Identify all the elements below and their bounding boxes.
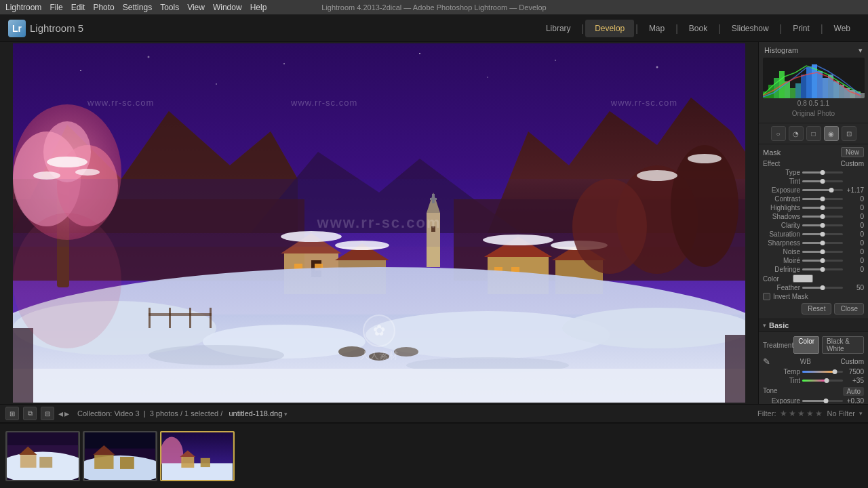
exposure-slider-track[interactable] <box>802 189 843 191</box>
tab-print[interactable]: Print <box>783 20 819 37</box>
star-4[interactable]: ★ <box>806 409 814 418</box>
menu-photo[interactable]: Photo <box>93 3 114 12</box>
svg-point-70 <box>369 352 389 361</box>
menu-file[interactable]: File <box>50 3 62 12</box>
svg-rect-105 <box>39 456 52 467</box>
basic-section-toggle[interactable]: ▾ Basic <box>759 319 868 332</box>
photo-area: www.rr-sc.com www.rr-sc.com www.rr-sc.co… <box>0 42 758 404</box>
svg-point-62 <box>637 170 677 181</box>
treatment-color-btn[interactable]: Color <box>793 336 819 354</box>
menu-settings[interactable]: Settings <box>123 3 152 12</box>
sharpness-slider-track[interactable] <box>802 242 843 244</box>
svg-point-23 <box>75 169 100 176</box>
nav-tabs: Library | Develop | Map | Book | Slidesh… <box>536 20 860 37</box>
moire-slider-track[interactable] <box>802 260 843 262</box>
tab-map[interactable]: Map <box>639 20 674 37</box>
tint-slider-track[interactable] <box>802 180 843 182</box>
svg-rect-54 <box>13 369 745 403</box>
menu-help[interactable]: Help <box>250 3 267 12</box>
toolbar-btn-grid[interactable]: ⊞ <box>5 407 19 420</box>
tint-basic-slider-track[interactable] <box>802 380 843 382</box>
menu-lightroom[interactable]: Lightroom <box>5 3 41 12</box>
svg-point-63 <box>688 154 722 163</box>
svg-rect-64 <box>149 308 151 328</box>
clarity-slider-track[interactable] <box>802 224 843 226</box>
star-5[interactable]: ★ <box>815 409 823 418</box>
moire-label: Moiré <box>763 257 800 264</box>
feather-slider-track[interactable] <box>802 287 843 289</box>
bottom-toolbar: ⊞ ⧉ ⊟ ◂ ▸ Collection: Video 3 | 3 photos… <box>0 404 868 423</box>
toolbar-btn-survey[interactable]: ⊟ <box>41 407 54 420</box>
star-2[interactable]: ★ <box>789 409 796 418</box>
wb-row: ✎ WB Custom <box>763 357 864 367</box>
basic-toggle-arrow: ▾ <box>763 322 766 329</box>
close-button-mask[interactable]: Close <box>834 303 864 314</box>
treatment-bw-btn[interactable]: Black & White <box>822 336 864 354</box>
menu-window[interactable]: Window <box>213 3 242 12</box>
view-btn-2[interactable]: ◔ <box>789 126 804 141</box>
tab-book[interactable]: Book <box>679 20 717 37</box>
reset-button-mask[interactable]: Reset <box>802 303 831 314</box>
highlights-slider-track[interactable] <box>802 207 843 209</box>
mask-new-button[interactable]: New <box>841 147 864 157</box>
svg-rect-78 <box>795 83 801 98</box>
invert-checkbox[interactable] <box>763 293 770 300</box>
svg-rect-114 <box>162 463 233 480</box>
tab-develop[interactable]: Develop <box>585 20 634 37</box>
menu-edit[interactable]: Edit <box>71 3 85 12</box>
histogram-expand-icon[interactable]: ▾ <box>859 46 863 55</box>
nav-arrows: ◂ ▸ <box>58 409 69 418</box>
shadows-slider-track[interactable] <box>802 216 843 218</box>
filename-dropdown-arrow[interactable]: ▾ <box>284 411 288 418</box>
highlights-value: 0 <box>845 204 864 211</box>
view-btn-4[interactable]: ◉ <box>824 126 839 141</box>
filter-dropdown-arrow[interactable]: ▾ <box>859 410 863 417</box>
view-btn-5[interactable]: ⊡ <box>842 126 856 141</box>
tab-slideshow[interactable]: Slideshow <box>722 20 778 37</box>
temp-label: Temp <box>763 368 800 375</box>
moire-slider-row: Moiré 0 <box>763 257 864 264</box>
menu-tools[interactable]: Tools <box>160 3 179 12</box>
svg-rect-77 <box>790 88 795 98</box>
tint-slider-row: Tint <box>763 178 864 185</box>
main-area: www.rr-sc.com www.rr-sc.com www.rr-sc.co… <box>0 42 868 404</box>
basic-exposure-row: Exposure +0.30 <box>763 397 864 404</box>
tint-basic-value: +35 <box>845 377 864 384</box>
exposure-label: Exposure <box>763 186 800 194</box>
contrast-slider-track[interactable] <box>802 198 843 200</box>
star-1[interactable]: ★ <box>780 409 787 418</box>
nav-prev-arrow[interactable]: ◂ <box>58 409 63 418</box>
svg-point-7 <box>487 77 488 78</box>
saturation-slider-track[interactable] <box>802 233 843 235</box>
svg-rect-103 <box>20 455 37 468</box>
filmstrip-thumb-3[interactable] <box>160 431 235 481</box>
menu-view[interactable]: View <box>187 3 205 12</box>
svg-rect-82 <box>817 71 823 98</box>
basic-exposure-track[interactable] <box>802 400 843 402</box>
defringe-slider-track[interactable] <box>802 268 843 270</box>
clarity-label: Clarity <box>763 222 800 229</box>
tone-auto-btn[interactable]: Auto <box>843 387 864 396</box>
app-logo-icon: Lr <box>8 20 26 37</box>
svg-point-4 <box>419 53 420 54</box>
view-btn-3[interactable]: □ <box>806 126 821 141</box>
shadows-slider-row: Shadows 0 <box>763 213 864 220</box>
tab-web[interactable]: Web <box>825 20 860 37</box>
type-slider-track[interactable] <box>802 171 843 174</box>
tab-library[interactable]: Library <box>536 20 580 37</box>
noise-slider-track[interactable] <box>802 251 843 253</box>
temp-slider-track[interactable] <box>802 371 843 373</box>
type-slider-row: Type <box>763 169 864 176</box>
filmstrip-thumb-1[interactable] <box>5 431 80 481</box>
star-3[interactable]: ★ <box>797 409 805 418</box>
color-swatch[interactable] <box>793 274 813 283</box>
svg-point-2 <box>148 56 150 58</box>
wb-eyedropper-icon[interactable]: ✎ <box>763 357 770 367</box>
defringe-value: 0 <box>845 266 864 273</box>
sharpness-slider-row: Sharpness 0 <box>763 239 864 247</box>
filmstrip-thumb-2[interactable] <box>83 431 157 481</box>
toolbar-btn-compare[interactable]: ⧉ <box>23 407 37 420</box>
app-name: Lightroom 5 <box>30 22 83 34</box>
view-btn-1[interactable]: ○ <box>771 126 786 141</box>
nav-next-arrow[interactable]: ▸ <box>64 409 69 418</box>
